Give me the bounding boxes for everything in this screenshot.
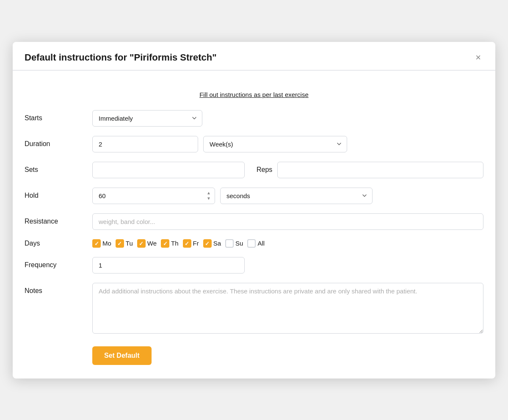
day-label-all: All	[257, 240, 265, 247]
day-checkbox-we[interactable]	[137, 239, 146, 248]
resistance-input[interactable]	[92, 213, 483, 230]
frequency-row: Frequency	[25, 257, 483, 274]
set-default-button[interactable]: Set Default	[92, 346, 152, 365]
resistance-row: Resistance	[25, 213, 483, 230]
hold-controls: ▲ ▼ seconds minutes	[92, 188, 483, 204]
sets-reps-row: Sets Reps	[25, 162, 483, 178]
day-checkbox-all[interactable]	[247, 239, 256, 248]
frequency-input[interactable]	[92, 257, 245, 274]
hold-number-input[interactable]	[92, 188, 215, 204]
hold-decrement-button[interactable]: ▼	[206, 196, 212, 201]
day-item-all: All	[247, 239, 265, 248]
resistance-controls	[92, 213, 483, 230]
reps-input[interactable]	[277, 162, 483, 178]
day-label-th: Th	[171, 240, 179, 247]
starts-row: Starts Immediately After 1 week After 2 …	[25, 110, 483, 127]
hold-label: Hold	[25, 192, 92, 199]
duration-label: Duration	[25, 140, 92, 148]
day-item-fr: Fr	[183, 239, 199, 248]
modal: Default instructions for "Piriformis Str…	[13, 42, 495, 379]
hold-number-wrap: ▲ ▼	[92, 188, 215, 204]
day-checkbox-th[interactable]	[161, 239, 169, 248]
notes-label: Notes	[25, 283, 92, 295]
day-item-th: Th	[161, 239, 179, 248]
days-label: Days	[25, 240, 92, 247]
hold-increment-button[interactable]: ▲	[206, 191, 212, 196]
day-checkbox-mo[interactable]	[92, 239, 101, 248]
hold-unit-select[interactable]: seconds minutes	[220, 188, 373, 204]
starts-label: Starts	[25, 114, 92, 122]
notes-row: Notes	[25, 283, 483, 334]
duration-number-input[interactable]	[92, 136, 198, 152]
modal-title: Default instructions for "Piriformis Str…	[25, 52, 217, 63]
header-divider	[13, 70, 495, 71]
day-label-tu: Tu	[126, 240, 133, 247]
day-item-we: We	[137, 239, 157, 248]
frequency-label: Frequency	[25, 261, 92, 269]
notes-controls	[92, 283, 483, 334]
hold-row: Hold ▲ ▼ seconds minutes	[25, 188, 483, 204]
day-item-sa: Sa	[203, 239, 221, 248]
modal-header: Default instructions for "Piriformis Str…	[13, 42, 495, 70]
fill-last-exercise-link[interactable]: Fill out instructions as per last exerci…	[25, 91, 483, 98]
sets-input[interactable]	[92, 162, 245, 178]
reps-label: Reps	[257, 166, 272, 174]
resistance-label: Resistance	[25, 218, 92, 225]
frequency-controls	[92, 257, 483, 274]
hold-spinner: ▲ ▼	[206, 191, 212, 201]
day-item-su: Su	[225, 239, 243, 248]
submit-area: Set Default	[92, 343, 483, 365]
day-checkbox-su[interactable]	[225, 239, 234, 248]
duration-row: Duration Day(s) Week(s) Month(s)	[25, 136, 483, 152]
day-item-mo: Mo	[92, 239, 111, 248]
modal-body: Fill out instructions as per last exerci…	[13, 79, 495, 379]
day-label-su: Su	[235, 240, 243, 247]
sets-label: Sets	[25, 166, 92, 174]
day-checkbox-sa[interactable]	[203, 239, 212, 248]
duration-unit-select[interactable]: Day(s) Week(s) Month(s)	[203, 136, 347, 152]
days-row: Days Mo Tu We Th	[25, 239, 483, 248]
starts-controls: Immediately After 1 week After 2 weeks	[92, 110, 483, 127]
days-controls: Mo Tu We Th Fr	[92, 239, 483, 248]
close-button[interactable]: ×	[473, 52, 483, 63]
sets-reps-controls: Reps	[92, 162, 483, 178]
day-label-mo: Mo	[102, 240, 111, 247]
day-item-tu: Tu	[116, 239, 133, 248]
notes-textarea[interactable]	[92, 283, 483, 334]
duration-controls: Day(s) Week(s) Month(s)	[92, 136, 483, 152]
day-label-sa: Sa	[213, 240, 221, 247]
day-label-we: We	[147, 240, 157, 247]
day-label-fr: Fr	[193, 240, 199, 247]
starts-select[interactable]: Immediately After 1 week After 2 weeks	[92, 110, 202, 127]
day-checkbox-fr[interactable]	[183, 239, 191, 248]
day-checkbox-tu[interactable]	[116, 239, 124, 248]
